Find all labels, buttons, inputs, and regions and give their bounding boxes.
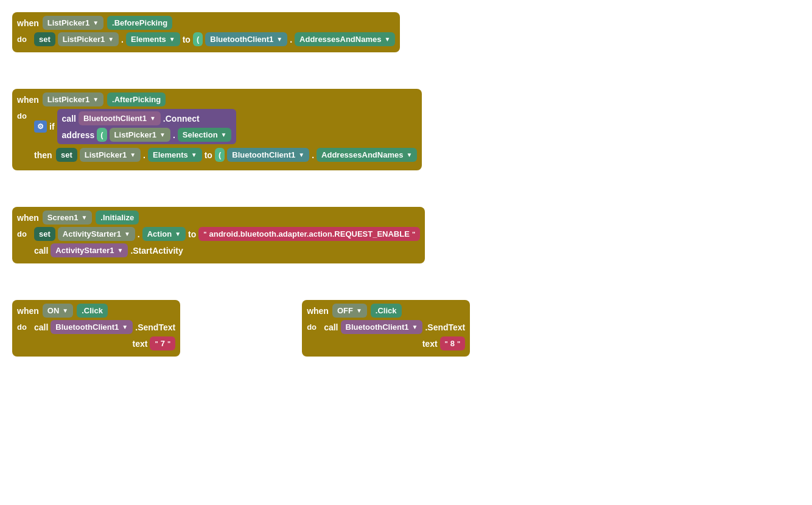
block2-event-label: .AfterPicking [107,92,166,106]
block3-component[interactable]: Screen1 ▼ [43,211,93,225]
block2-lp2-arrow[interactable]: ▼ [130,152,136,158]
block2-addr-names[interactable]: AddressesAndNames ▼ [317,148,417,162]
block5-component-arrow[interactable]: ▼ [356,307,362,314]
block2-call-row: call BluetoothClient1 ▼ .Connect [62,111,232,125]
block4-qclose: " [167,340,170,347]
block3-qclose: " [412,231,415,238]
block3-act2-arrow[interactable]: ▼ [117,247,123,254]
block1-section: when ListPicker1 ▼ .BeforePicking do set… [12,12,800,71]
block4-wrapper: when ON ▼ .Click do call [12,300,180,375]
block2-bt-arrow[interactable]: ▼ [150,115,156,122]
block1-dot2: . [290,35,292,44]
block2-event[interactable]: when ListPicker1 ▼ .AfterPicking do ⚙ if [12,89,422,170]
block1-lp-arrow[interactable]: ▼ [108,36,114,43]
block5-do: do [307,320,321,332]
bottom-row: when ON ▼ .Click do call [12,300,800,375]
block1-when: when [17,18,39,28]
block4-bt-arrow[interactable]: ▼ [122,324,128,330]
block2-paren2: ( [215,148,225,162]
block1-component[interactable]: ListPicker1 ▼ [43,16,103,30]
block2-addr-arrow[interactable]: ▼ [406,152,412,158]
block2-elements[interactable]: Elements ▼ [148,148,202,162]
block1-prop-arrow[interactable]: ▼ [169,36,175,43]
block2-if-label: if [49,122,55,131]
block5-call-row: call BluetoothClient1 ▼ .SendText [324,320,465,334]
block5-qclose: " [457,340,460,347]
block3-component-arrow[interactable]: ▼ [81,214,87,221]
block5-bt[interactable]: BluetoothClient1 ▼ [341,320,423,334]
block2-selection[interactable]: Selection ▼ [178,128,232,142]
block1-header: when ListPicker1 ▼ .BeforePicking [17,16,395,30]
block2-section: when ListPicker1 ▼ .AfterPicking do ⚙ if [12,89,800,189]
block3-action-arrow[interactable]: ▼ [175,231,181,237]
block2-lp-arrow[interactable]: ▼ [159,131,166,138]
block2-to: to [205,150,212,160]
block5-stacked: call BluetoothClient1 ▼ .SendText text " [324,320,465,350]
block1-source-arrow[interactable]: ▼ [276,36,282,43]
block1-do-row: set ListPicker1 ▼ . Elements ▼ to ( Blue… [34,32,395,46]
block2-set: set [56,148,77,162]
block4-text-label: text [133,339,148,349]
block2-component[interactable]: ListPicker1 ▼ [43,92,103,106]
block1-event[interactable]: when ListPicker1 ▼ .BeforePicking do set… [12,12,400,52]
block2-addr-label: address [62,130,95,140]
block5-header: when OFF ▼ .Click [307,304,465,318]
block5-body: do call BluetoothClient1 ▼ .SendText tex… [307,320,465,350]
block4-component-arrow[interactable]: ▼ [62,307,68,314]
block4-header: when ON ▼ .Click [17,304,175,318]
block4-do: do [17,320,32,332]
block3-start: .StartActivity [130,246,183,256]
block1-source-prop-arrow[interactable]: ▼ [384,36,390,43]
block1-component-arrow[interactable]: ▼ [93,19,99,26]
block2-lp2[interactable]: ListPicker1 ▼ [80,148,141,162]
block4-event[interactable]: when ON ▼ .Click do call [12,300,180,357]
block4-component[interactable]: ON ▼ [43,304,73,318]
block1-to: to [183,35,191,44]
block4-string: " 7 " [150,336,175,350]
block4-event-label: .Click [77,304,108,318]
block2-bt2-arrow[interactable]: ▼ [298,152,304,158]
block4-call-row: call BluetoothClient1 ▼ .SendText [34,320,175,334]
block3-section: when Screen1 ▼ .Initialize do set [12,207,800,282]
block3-call-row: call ActivityStarter1 ▼ .StartActivity [34,243,420,257]
block5-when: when [307,306,329,316]
block2-body: do ⚙ if call BluetoothClient1 ▼ [17,109,417,162]
block1-dot1: . [121,35,124,44]
block2-elements-arrow[interactable]: ▼ [191,152,197,158]
block3-action[interactable]: Action ▼ [142,227,186,241]
block3-when: when [17,213,39,223]
block1-lp[interactable]: ListPicker1 ▼ [58,32,119,46]
block1-set: set [34,32,55,46]
block3-stacked: set ActivityStarter1 ▼ . Action ▼ to [34,227,420,257]
block4-when: when [17,306,39,316]
block2-bt2[interactable]: BluetoothClient1 ▼ [227,148,309,162]
block5-wrapper: when OFF ▼ .Click do call [302,300,470,375]
block3-act-arrow[interactable]: ▼ [124,231,130,237]
block2-component-arrow[interactable]: ▼ [93,96,99,103]
block2-bt-comp[interactable]: BluetoothClient1 ▼ [79,111,161,125]
block1-body: do set ListPicker1 ▼ . Elements ▼ to [17,32,395,46]
block5-event[interactable]: when OFF ▼ .Click do call [302,300,470,357]
block5-qopen: " [445,340,448,347]
block2-sel-arrow[interactable]: ▼ [221,131,227,138]
block5-send: .SendText [425,322,465,332]
block3-string: " android.bluetooth.adapter.action.REQUE… [198,227,420,241]
block2-do: do [17,109,32,120]
block3-set-row: set ActivityStarter1 ▼ . Action ▼ to [34,227,420,241]
block3-string-val: android.bluetooth.adapter.action.REQUEST… [209,229,410,239]
block1-source[interactable]: BluetoothClient1 ▼ [205,32,287,46]
block3-act[interactable]: ActivityStarter1 ▼ [58,227,135,241]
block1-do: do [17,32,32,44]
block2-when: when [17,95,39,105]
block3-to: to [188,229,196,239]
block2-lp-comp[interactable]: ListPicker1 ▼ [110,128,170,142]
block1-prop[interactable]: Elements ▼ [126,32,180,46]
block1-source-prop[interactable]: AddressesAndNames ▼ [295,32,395,46]
block3-act2[interactable]: ActivityStarter1 ▼ [51,243,128,257]
block3-event[interactable]: when Screen1 ▼ .Initialize do set [12,207,425,263]
block2-if-block: call BluetoothClient1 ▼ .Connect address… [57,109,237,144]
block1-event-label: .BeforePicking [107,16,172,30]
block5-component[interactable]: OFF ▼ [332,304,367,318]
block5-bt-arrow[interactable]: ▼ [412,324,418,330]
block4-bt[interactable]: BluetoothClient1 ▼ [51,320,133,334]
